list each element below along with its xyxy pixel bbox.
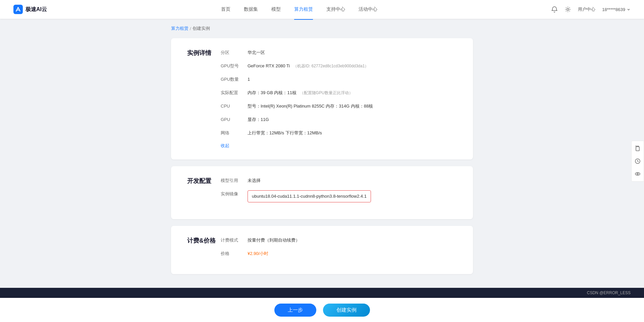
field-label-gpu-model: GPU型号 (221, 62, 248, 70)
nav-model[interactable]: 模型 (271, 5, 281, 14)
svg-rect-2 (636, 147, 639, 151)
settings-icon[interactable] (565, 6, 571, 13)
field-value-network: 上行带宽：12MB/s 下行带宽：12MB/s (248, 129, 457, 137)
instance-detail-section: 实例详情 分区 华北一区 GPU型号 GeForce RTX 2080 Ti （… (187, 49, 457, 149)
float-copy-icon[interactable] (632, 142, 644, 154)
nav-home[interactable]: 首页 (221, 5, 230, 14)
field-value-instance-image: ubuntu18.04-cuda11.1.1-cudnn8-python3.8-… (248, 190, 457, 202)
svg-point-4 (635, 173, 640, 175)
field-value-cpu: 型号：Intel(R) Xeon(R) Platinum 8255C 内存：31… (248, 103, 457, 110)
logo[interactable]: 极速AI云 (13, 5, 47, 14)
page-footer: CSDN @ERROR_LESS (0, 288, 644, 298)
field-value-price: ¥2.90/小时 (248, 250, 457, 257)
nav-support[interactable]: 支持中心 (326, 5, 345, 14)
field-row-gpu-mem: GPU 显存：11G (221, 116, 457, 123)
field-row-actual-config: 实际配置 内存：39 GB 内核：11核 （配置随GPU数量正比浮动） (221, 89, 457, 96)
header-right: 用户中心 18*****8639 (551, 6, 631, 13)
field-label-cpu: CPU (221, 103, 248, 110)
svg-rect-0 (13, 5, 23, 14)
svg-point-1 (567, 8, 569, 10)
billing-title: 计费&价格 (187, 237, 221, 245)
actual-config-note: （配置随GPU数量正比浮动） (300, 90, 353, 95)
instance-detail-card: 实例详情 分区 华北一区 GPU型号 GeForce RTX 2080 Ti （… (171, 38, 473, 159)
dev-config-fields: 模型引用 未选择 实例镜像 ubuntu18.04-cuda11.1.1-cud… (221, 177, 457, 208)
field-value-gpu-mem: 显存：11G (248, 116, 457, 123)
billing-card: 计费&价格 计费模式 按量付费（到期自动续费） 价格 ¥2.90/小时 (171, 226, 473, 274)
breadcrumb: 算力租赁 / 创建实例 (171, 25, 473, 31)
field-row-zone: 分区 华北一区 (221, 49, 457, 56)
bottom-action-bar: 上一步 创建实例 (0, 298, 644, 322)
user-id[interactable]: 18*****8639 (602, 7, 631, 12)
field-row-price: 价格 ¥2.90/小时 (221, 250, 457, 257)
field-value-gpu-model: GeForce RTX 2080 Ti （机器ID: 62772ed8c1cd3… (248, 62, 457, 70)
field-label-billing-mode: 计费模式 (221, 237, 248, 244)
logo-icon (13, 5, 23, 14)
main-nav: 首页 数据集 模型 算力租赁 支持中心 活动中心 (47, 5, 551, 14)
notification-bell-icon[interactable] (551, 6, 558, 13)
field-row-network: 网络 上行带宽：12MB/s 下行带宽：12MB/s (221, 129, 457, 137)
main-content: 算力租赁 / 创建实例 实例详情 分区 华北一区 GPU型号 GeForce R… (171, 19, 473, 314)
field-label-gpu-count: GPU数量 (221, 76, 248, 83)
billing-fields: 计费模式 按量付费（到期自动续费） 价格 ¥2.90/小时 (221, 237, 457, 263)
dev-config-title-col: 开发配置 (187, 177, 221, 208)
header: 极速AI云 首页 数据集 模型 算力租赁 支持中心 活动中心 用户中心 18**… (0, 0, 644, 19)
field-label-network: 网络 (221, 129, 248, 137)
field-row-model-ref: 模型引用 未选择 (221, 177, 457, 184)
field-row-billing-mode: 计费模式 按量付费（到期自动续费） (221, 237, 457, 244)
float-history-icon[interactable] (632, 155, 644, 167)
breadcrumb-current: 创建实例 (193, 25, 210, 31)
instance-detail-fields: 分区 华北一区 GPU型号 GeForce RTX 2080 Ti （机器ID:… (221, 49, 457, 149)
nav-dataset[interactable]: 数据集 (244, 5, 258, 14)
dev-config-title: 开发配置 (187, 177, 221, 185)
float-eye-icon[interactable] (632, 168, 644, 180)
footer-text: CSDN @ERROR_LESS (587, 291, 631, 295)
field-value-actual-config: 内存：39 GB 内核：11核 （配置随GPU数量正比浮动） (248, 89, 457, 96)
create-instance-button[interactable]: 创建实例 (323, 304, 370, 317)
field-label-actual-config: 实际配置 (221, 89, 248, 96)
breadcrumb-separator: / (190, 26, 191, 31)
field-value-zone: 华北一区 (248, 49, 457, 56)
field-label-instance-image: 实例镜像 (221, 190, 248, 198)
instance-detail-title: 实例详情 (187, 49, 221, 57)
logo-text: 极速AI云 (25, 6, 47, 13)
instance-image-box[interactable]: ubuntu18.04-cuda11.1.1-cudnn8-python3.8-… (248, 190, 371, 202)
billing-title-col: 计费&价格 (187, 237, 221, 263)
prev-button[interactable]: 上一步 (274, 304, 316, 317)
field-value-billing-mode: 按量付费（到期自动续费） (248, 237, 457, 244)
field-row-gpu-count: GPU数量 1 (221, 76, 457, 83)
field-row-gpu-model: GPU型号 GeForce RTX 2080 Ti （机器ID: 62772ed… (221, 62, 457, 70)
dev-config-card: 开发配置 模型引用 未选择 实例镜像 ubuntu18.04-cuda11.1.… (171, 166, 473, 219)
user-center-link[interactable]: 用户中心 (578, 6, 595, 12)
field-value-gpu-count: 1 (248, 76, 457, 83)
billing-section: 计费&价格 计费模式 按量付费（到期自动续费） 价格 ¥2.90/小时 (187, 237, 457, 263)
field-label-zone: 分区 (221, 49, 248, 56)
right-float-panel (631, 141, 644, 182)
field-label-price: 价格 (221, 250, 248, 257)
nav-activity[interactable]: 活动中心 (359, 5, 377, 14)
breadcrumb-link[interactable]: 算力租赁 (171, 25, 189, 31)
field-label-model-ref: 模型引用 (221, 177, 248, 184)
machine-id: （机器ID: 62772ed8c1cd3eb900dd3da1） (293, 64, 369, 68)
instance-detail-title-col: 实例详情 (187, 49, 221, 149)
chevron-down-icon (627, 7, 631, 11)
svg-point-5 (637, 173, 638, 175)
field-label-gpu-mem: GPU (221, 116, 248, 123)
field-row-instance-image: 实例镜像 ubuntu18.04-cuda11.1.1-cudnn8-pytho… (221, 190, 457, 202)
field-value-model-ref: 未选择 (248, 177, 457, 184)
nav-compute[interactable]: 算力租赁 (294, 5, 313, 14)
field-row-cpu: CPU 型号：Intel(R) Xeon(R) Platinum 8255C 内… (221, 103, 457, 110)
collapse-link[interactable]: 收起 (221, 143, 457, 149)
dev-config-section: 开发配置 模型引用 未选择 实例镜像 ubuntu18.04-cuda11.1.… (187, 177, 457, 208)
